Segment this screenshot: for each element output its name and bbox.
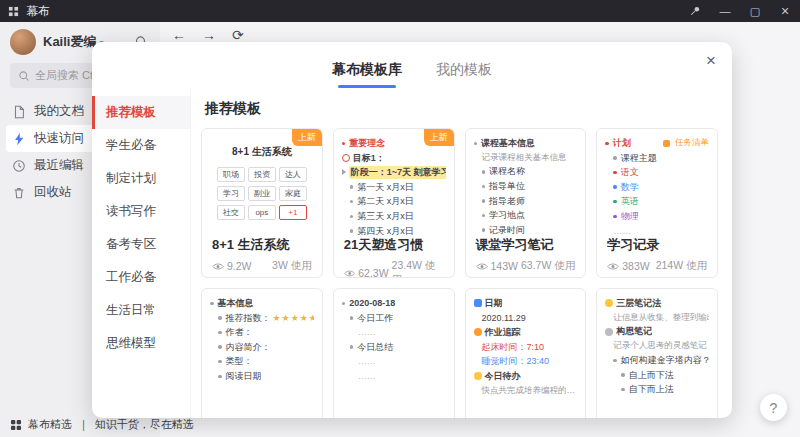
preview-text: 课程名称 [489, 165, 525, 178]
preview-line: 目标1： [342, 152, 446, 165]
titlebar: 幕布 — ▢ × [0, 0, 800, 22]
preview-text: 记录个人思考的灵感笔记 [613, 340, 707, 352]
sidebar-item-label: 最近编辑 [34, 157, 84, 174]
preview-text: 三层笔记法 [616, 297, 661, 310]
preview-text: 推荐指数： [226, 312, 271, 325]
help-button[interactable]: ? [760, 394, 787, 421]
sidebar-item-label: 我的文档 [34, 103, 84, 120]
lightning-icon [12, 132, 26, 146]
preview-text: 阅读日期 [226, 370, 262, 383]
preview-text: 基本信息 [218, 297, 254, 310]
avatar[interactable] [10, 29, 36, 55]
search-icon [18, 70, 30, 82]
template-card[interactable]: 2020-08-18今日工作……今日总结………… [333, 288, 455, 418]
preview-text: 记录课程相关基本信息 [482, 152, 567, 164]
target-icon [342, 154, 350, 162]
category-item[interactable]: 备考专区 [92, 228, 190, 261]
app-title: 幕布 [26, 3, 50, 20]
minimize-icon[interactable]: — [710, 0, 740, 22]
preview-text: 学习地点 [489, 209, 525, 222]
tab-template-library[interactable]: 幕布模板库 [330, 61, 404, 88]
tag-icon [663, 140, 670, 147]
preview-line: 课程主题 [605, 152, 709, 165]
bullet-icon [482, 214, 486, 218]
document-icon [12, 105, 26, 119]
bulb-icon [605, 299, 613, 307]
tab-label: 我的模板 [436, 61, 492, 77]
category-item[interactable]: 工作必备 [92, 261, 190, 294]
category-item[interactable]: 制定计划 [92, 162, 190, 195]
template-card[interactable]: 计划任务清单课程主题语文数学英语物理……学习记录383W214W 使用 [596, 128, 718, 278]
preview-line: 起床时间：7:10 [474, 341, 578, 354]
template-card[interactable]: 上新重要理念目标1：阶段一：1~7天 刻意学习期第一天 x月x日第二天 x月x日… [333, 128, 455, 278]
preview-text: 指导单位 [489, 180, 525, 193]
preview-line: 计划任务清单 [605, 137, 709, 150]
views-count: 383W [622, 260, 649, 272]
template-title: 课堂学习笔记 [466, 235, 586, 254]
views-count: 9.2W [227, 260, 252, 272]
preview-text: 作者： [226, 326, 253, 339]
preview-text: …… [613, 225, 631, 235]
category-item[interactable]: 学生必备 [92, 129, 190, 162]
bullet-icon [350, 185, 354, 189]
preview-text: 第四天 x月x日 [357, 225, 414, 235]
preview-line: 2020.11.29 [474, 312, 578, 325]
category-item[interactable]: 推荐模板 [92, 96, 190, 129]
close-icon[interactable]: × [706, 52, 716, 69]
app-window: 幕布 — ▢ × Kaili爱编 ▾ 全局搜索 Ctrl+J [0, 0, 800, 437]
app-menu-icon[interactable] [8, 6, 19, 17]
preview-line: 基本信息 [210, 297, 314, 310]
preview-text: 2020-08-18 [349, 297, 395, 310]
bullet-icon [218, 345, 222, 349]
preview-line: 三层笔记法 [605, 297, 709, 310]
preview-line: 第二天 x月x日 [342, 195, 446, 208]
template-card[interactable]: 上新8+1 生活系统职场投资达人学习副业家庭社交ops+18+1 生活系统9.2… [201, 128, 323, 278]
template-preview: 基本信息推荐指数：★★★★★作者：内容简介：类型：阅读日期 [202, 289, 322, 395]
bullet-icon [482, 199, 486, 203]
preview-tag: 职场 [217, 167, 245, 182]
category-item[interactable]: 读书写作 [92, 195, 190, 228]
tab-my-templates[interactable]: 我的模板 [434, 61, 494, 88]
bullet-icon [613, 359, 617, 363]
preview-line: 第三天 x月x日 [342, 210, 446, 223]
preview-tag: +1 [279, 205, 307, 220]
uses-count: 23.4W 使用 [392, 259, 444, 278]
bullet-icon [350, 229, 354, 233]
user-name: Kaili爱编 [43, 33, 96, 51]
template-card[interactable]: 课程基本信息记录课程相关基本信息课程名称指导单位指导老师学习地点记录时间课堂学习… [465, 128, 587, 278]
pin-icon[interactable] [680, 0, 710, 22]
maximize-icon[interactable]: ▢ [740, 0, 770, 22]
template-stats: 62.3W23.4W 使用 [334, 254, 454, 278]
bullet-icon [613, 215, 617, 219]
template-card[interactable]: 三层笔记法让信息从收集、整理到输出…构思笔记记录个人思考的灵感笔记如何构建金字塔… [596, 288, 718, 418]
bullet-icon [613, 171, 617, 175]
preview-text: 课程基本信息 [481, 137, 535, 150]
category-item[interactable]: 思维模型 [92, 327, 190, 360]
trash-icon [12, 186, 26, 200]
template-card[interactable]: 日期2020.11.29作业追踪起床时间：7:10睡觉时间：23:40今日待办快… [465, 288, 587, 418]
refresh-icon[interactable]: ⟳ [232, 27, 244, 43]
preview-right-text: 任务清单 [675, 137, 709, 149]
forward-icon[interactable]: → [202, 27, 216, 43]
bullet-icon [621, 388, 625, 392]
preview-line: …… [605, 225, 709, 235]
template-preview: 三层笔记法让信息从收集、整理到输出…构思笔记记录个人思考的灵感笔记如何构建金字塔… [597, 289, 717, 395]
back-icon[interactable]: ← [172, 27, 186, 43]
preview-text: …… [358, 370, 376, 383]
category-item[interactable]: 生活日常 [92, 294, 190, 327]
preview-line: 作业追踪 [474, 326, 578, 339]
thought-icon [605, 328, 613, 336]
preview-text: 今日待办 [485, 370, 521, 383]
preview-text: 构思笔记 [616, 325, 652, 338]
template-preview: 课程基本信息记录课程相关基本信息课程名称指导单位指导老师学习地点记录时间课堂学习… [466, 129, 586, 235]
preview-line: 语文 [605, 166, 709, 179]
preview-text: 语文 [621, 166, 639, 179]
mubu-selection-link[interactable]: 幕布精选｜知识干货，尽在精选 [10, 417, 194, 432]
preview-text: 自下而上法 [629, 383, 674, 395]
template-title: 21天塑造习惯 [334, 235, 454, 254]
preview-text: 睡觉时间：23:40 [482, 355, 550, 368]
close-window-icon[interactable]: × [770, 0, 800, 22]
bullet-icon [482, 185, 486, 189]
preview-tag: 达人 [279, 167, 307, 182]
template-card[interactable]: 基本信息推荐指数：★★★★★作者：内容简介：类型：阅读日期 [201, 288, 323, 418]
